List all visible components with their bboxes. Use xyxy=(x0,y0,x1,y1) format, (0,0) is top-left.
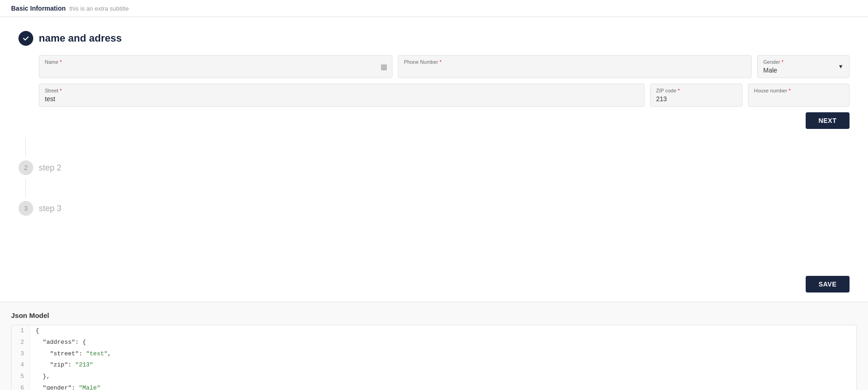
step3-row: 3 step 3 xyxy=(18,197,850,219)
json-line: 4 "zip": "213" xyxy=(12,360,856,371)
line-number: 1 xyxy=(12,325,30,337)
line-number: 6 xyxy=(12,383,30,390)
form-row-2: Street * ZIP code * House number * xyxy=(39,84,850,107)
step1-icon xyxy=(18,31,33,46)
step2-row: 2 step 2 xyxy=(18,157,850,179)
save-row: SAVE xyxy=(0,267,868,302)
street-input[interactable] xyxy=(45,95,639,103)
copy-icon: ▦ xyxy=(380,62,387,71)
zip-field: ZIP code * xyxy=(650,84,742,107)
step2-icon: 2 xyxy=(18,160,33,175)
next-button[interactable]: NEXT xyxy=(806,112,850,129)
house-input[interactable] xyxy=(754,95,844,103)
page-subtitle: this is an extra subtitle xyxy=(69,5,129,12)
chevron-down-icon: ▼ xyxy=(838,63,844,70)
step-connector-1 xyxy=(25,138,26,157)
step-connector-2 xyxy=(25,179,26,197)
line-content: "address": { xyxy=(30,337,91,348)
street-field: Street * xyxy=(39,84,645,107)
gender-value: Male xyxy=(763,67,838,74)
json-line: 6 "gender": "Male" xyxy=(12,383,856,390)
street-label: Street * xyxy=(45,88,639,93)
json-section: Json Model 1{2 "address": {3 "street": "… xyxy=(0,302,868,390)
step3-title: step 3 xyxy=(39,204,61,213)
step2-title: step 2 xyxy=(39,163,61,173)
json-section-title: Json Model xyxy=(11,311,857,319)
main-content: name and adress Name * ▦ Phone Number * xyxy=(0,17,868,267)
zip-input[interactable] xyxy=(656,95,736,103)
json-editor: 1{2 "address": {3 "street": "test",4 "zi… xyxy=(11,325,857,390)
page-title: Basic Information xyxy=(11,5,66,12)
line-content: { xyxy=(30,325,45,337)
name-label: Name * xyxy=(45,59,386,65)
save-button[interactable]: SAVE xyxy=(806,276,850,292)
zip-label: ZIP code * xyxy=(656,88,736,93)
top-bar: Basic Information this is an extra subti… xyxy=(0,0,868,17)
line-content: }, xyxy=(30,371,55,383)
line-content: "zip": "213" xyxy=(30,360,99,371)
json-line: 1{ xyxy=(12,325,856,337)
form-row-1: Name * ▦ Phone Number * Gende xyxy=(39,55,850,78)
gender-field[interactable]: Gender * Male ▼ xyxy=(757,55,850,78)
phone-input[interactable] xyxy=(404,67,746,74)
json-line: 3 "street": "test", xyxy=(12,348,856,360)
step3-icon: 3 xyxy=(18,201,33,216)
step1-title: name and adress xyxy=(39,32,122,44)
json-line: 5 }, xyxy=(12,371,856,383)
line-number: 4 xyxy=(12,360,30,371)
line-number: 5 xyxy=(12,371,30,383)
name-field: Name * ▦ xyxy=(39,55,392,78)
gender-select-inner: Gender * Male xyxy=(763,59,838,74)
gender-label: Gender * xyxy=(763,59,838,65)
house-number-field: House number * xyxy=(748,84,850,107)
line-content: "street": "test", xyxy=(30,348,117,360)
next-button-row: NEXT xyxy=(39,112,850,129)
line-number: 3 xyxy=(12,348,30,360)
json-line: 2 "address": { xyxy=(12,337,856,348)
phone-label: Phone Number * xyxy=(404,59,746,65)
name-input[interactable] xyxy=(45,67,386,74)
step1-header: name and adress xyxy=(18,31,850,46)
line-content: "gender": "Male" xyxy=(30,383,106,390)
step-container: name and adress Name * ▦ Phone Number * xyxy=(18,31,850,219)
phone-field: Phone Number * xyxy=(398,55,752,78)
house-label: House number * xyxy=(754,88,844,93)
line-number: 2 xyxy=(12,337,30,348)
